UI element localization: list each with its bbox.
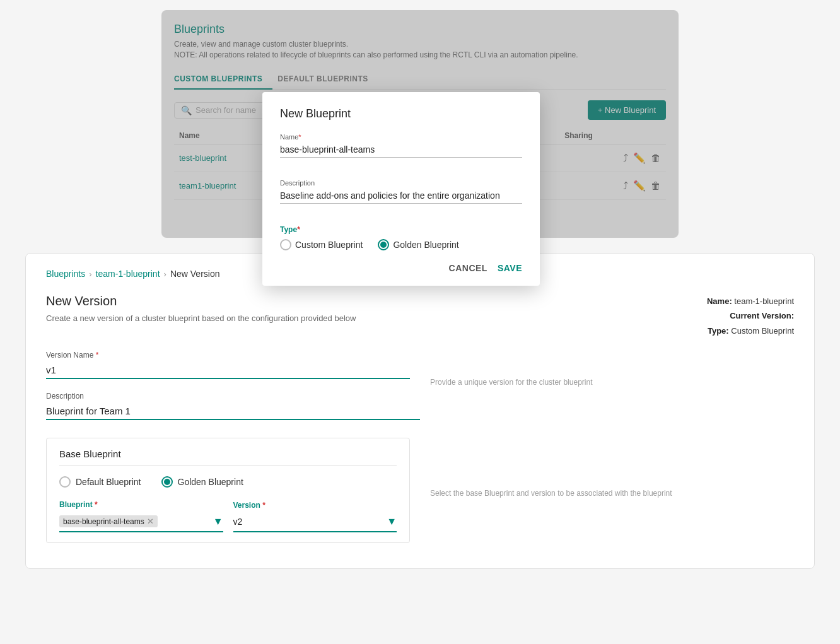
version-dropdown-arrow: ▼ (387, 516, 397, 527)
breadcrumb-blueprints[interactable]: Blueprints (46, 269, 85, 279)
version-name-field: Version Name * (46, 351, 410, 379)
version-dropdown-value: v2 (233, 517, 243, 527)
modal-name-input[interactable] (280, 142, 522, 158)
radio-inner-golden (380, 242, 387, 248)
breadcrumb-sep-1: › (89, 269, 91, 279)
blueprint-dropdown-label: Blueprint * (59, 500, 223, 509)
new-version-header: New Version Create a new version of a cl… (46, 294, 794, 338)
version-name-row: Version Name * Provide a unique version … (46, 351, 794, 392)
description-label: Description (46, 392, 794, 401)
base-blueprint-radio-row: Default Blueprint Golden Blueprint (59, 476, 397, 488)
modal-description-field: Description (280, 179, 522, 213)
radio-circle-custom (280, 239, 291, 250)
blueprint-tag-remove[interactable]: ✕ (147, 517, 154, 526)
new-version-meta: Name: team-1-blueprint Current Version: … (707, 294, 794, 338)
version-name-input[interactable] (46, 362, 410, 379)
blueprint-dropdown-arrow: ▼ (213, 516, 223, 527)
meta-name-label: Name: (707, 296, 732, 306)
modal-type-radio-group: Custom Blueprint Golden Blueprint (280, 239, 522, 250)
base-blueprint-row: Base Blueprint Default Blueprint Golden … (46, 433, 794, 553)
description-input[interactable] (46, 403, 420, 420)
meta-current-version: Current Version: (707, 308, 794, 323)
radio-circle-golden-2 (161, 476, 173, 488)
modal-cancel-button[interactable]: CANCEL (449, 263, 487, 273)
blueprint-tag: base-blueprint-all-teams ✕ (59, 515, 158, 527)
version-name-label: Version Name * (46, 351, 410, 360)
breadcrumb-sep-2: › (164, 269, 166, 279)
modal-name-label: Name* (280, 133, 522, 141)
version-dropdown-group: Version * v2 ▼ (233, 501, 397, 532)
modal-actions: CANCEL SAVE (280, 263, 522, 273)
base-blueprint-section: Base Blueprint Default Blueprint Golden … (46, 438, 410, 543)
modal-description-label: Description (280, 179, 522, 187)
new-version-title: New Version (46, 294, 356, 308)
radio-label-default: Default Blueprint (76, 477, 141, 487)
meta-cv-label: Current Version: (730, 311, 794, 320)
modal-title: New Blueprint (280, 107, 522, 120)
radio-custom-blueprint[interactable]: Custom Blueprint (280, 239, 363, 250)
version-dropdown-label: Version * (233, 501, 397, 510)
base-blueprint-hint: Select the base Blueprint and version to… (430, 433, 794, 553)
base-blueprint-title: Base Blueprint (59, 448, 397, 466)
blueprint-dropdown-group: Blueprint * base-blueprint-all-teams ✕ (59, 500, 223, 532)
new-version-title-area: New Version Create a new version of a cl… (46, 294, 356, 323)
radio-circle-default (59, 476, 71, 488)
description-field: Description (46, 392, 794, 420)
form-section: Version Name * Provide a unique version … (46, 351, 794, 553)
radio-golden-blueprint-2[interactable]: Golden Blueprint (161, 476, 243, 488)
modal-name-field: Name* (280, 133, 522, 167)
radio-label-golden-2: Golden Blueprint (178, 477, 243, 487)
modal-description-input[interactable] (280, 188, 522, 204)
radio-label-custom: Custom Blueprint (295, 240, 363, 250)
version-name-hint: Provide a unique version for the cluster… (430, 378, 794, 392)
new-version-page: Blueprints › team-1-blueprint › New Vers… (25, 253, 815, 569)
breadcrumb-blueprint-name[interactable]: team-1-blueprint (96, 269, 160, 279)
meta-type-value: Custom Blueprint (731, 326, 794, 336)
dropdown-row: Blueprint * base-blueprint-all-teams ✕ (59, 500, 397, 532)
meta-name-value: team-1-blueprint (734, 296, 794, 306)
radio-inner-golden-2 (164, 479, 170, 485)
meta-type-label: Type: (708, 326, 729, 336)
new-version-description: Create a new version of a cluster bluepr… (46, 313, 356, 323)
base-blueprint-left: Base Blueprint Default Blueprint Golden … (46, 433, 410, 553)
radio-label-golden: Golden Blueprint (393, 240, 458, 250)
meta-name: Name: team-1-blueprint (707, 294, 794, 308)
modal-save-button[interactable]: SAVE (498, 263, 522, 273)
radio-default-blueprint[interactable]: Default Blueprint (59, 476, 141, 488)
version-dropdown[interactable]: v2 ▼ (233, 512, 397, 532)
radio-circle-golden (378, 239, 389, 250)
modal-type-label: Type* (280, 225, 522, 234)
meta-type: Type: Custom Blueprint (707, 324, 794, 338)
new-blueprint-modal: New Blueprint Name* Description Type* Cu… (262, 92, 540, 286)
blueprint-dropdown[interactable]: base-blueprint-all-teams ✕ ▼ (59, 512, 223, 532)
radio-golden-blueprint[interactable]: Golden Blueprint (378, 239, 458, 250)
breadcrumb-current: New Version (170, 269, 220, 279)
blueprint-dropdown-tag: base-blueprint-all-teams ✕ (59, 515, 160, 527)
